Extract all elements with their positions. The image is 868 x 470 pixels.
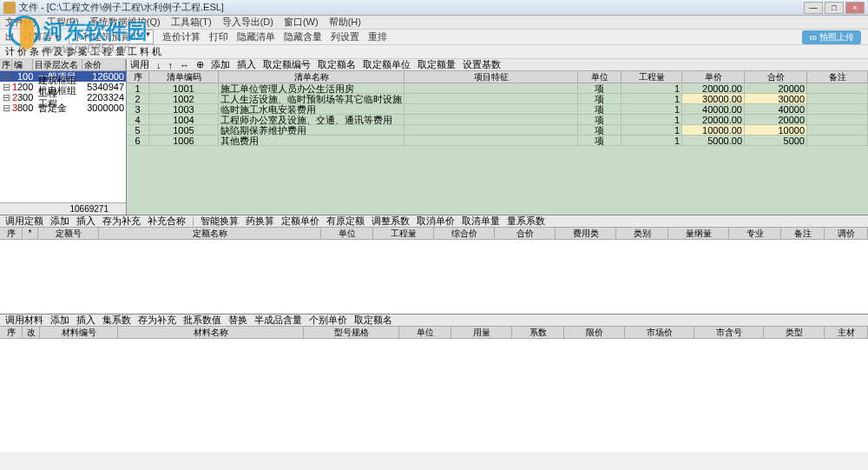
- bt-coef[interactable]: 集系数: [102, 314, 131, 327]
- mh-code: 定额号: [38, 228, 99, 239]
- menu-project[interactable]: 工程(P): [47, 16, 79, 29]
- bt-replace[interactable]: 替换: [228, 314, 247, 327]
- list-header: 序 清单编码 清单名称 项目特征 单位 工程量 单价 合价 备注: [127, 71, 868, 83]
- tree-header: 序 编码 目录层次名称 余价: [0, 59, 126, 71]
- lt-getcode[interactable]: 取定额编号: [263, 58, 311, 71]
- qt-name[interactable]: 补充合称: [148, 215, 186, 228]
- separator: [193, 217, 194, 226]
- qt-save[interactable]: 存为补充: [102, 215, 141, 228]
- lt-getname[interactable]: 取定额名: [318, 58, 356, 71]
- tree-row[interactable]: ⊟3800暂定金3000000: [0, 103, 126, 113]
- bt-insert[interactable]: 插入: [76, 314, 95, 327]
- main-toolbar: 出 计算器 ▾ 水利建筑预算02 造价计算 打印 隐藏清单 隐藏含量 列设置 重…: [0, 30, 868, 45]
- bh-type: 类型: [764, 327, 825, 338]
- list-toolbar: 调用 ↓ ↑ ↔ ⊕ 添加 插入 取定额编号 取定额名 取定额单位 取定额量 设…: [127, 59, 868, 71]
- quota-header: 序 * 定额号 定额名称 单位 工程量 综合价 合价 费用类 类别 量纲量 专业…: [0, 228, 868, 240]
- menu-file[interactable]: 文件(F): [5, 16, 36, 29]
- lt-getqty[interactable]: 取定额量: [418, 58, 456, 71]
- menu-toolbox[interactable]: 工具箱(T): [171, 16, 212, 29]
- qt-coef[interactable]: 量系系数: [507, 215, 545, 228]
- list-rows: 11001施工单位管理人员办公生活用房项120000.002000021002工…: [127, 83, 868, 215]
- mh-spec: 专业: [729, 228, 781, 239]
- mh-note: 备注: [781, 228, 825, 239]
- menu-help[interactable]: 帮助(H): [329, 16, 361, 29]
- tree-pane: 序 编码 目录层次名称 余价 ⊟100一般项目126000⊟1200建筑框组工程…: [0, 59, 127, 215]
- mh-seq: 序: [0, 228, 23, 239]
- bh-code: 材料编号: [40, 327, 118, 338]
- menu-window[interactable]: 窗口(W): [284, 16, 319, 29]
- bt-use[interactable]: 调用材料: [5, 314, 43, 327]
- mh-fee: 费用类: [556, 228, 616, 239]
- tree-total: 10669271: [0, 202, 126, 215]
- qt-cancel[interactable]: 取消单价: [417, 215, 455, 228]
- mh-name: 定额名称: [99, 228, 321, 239]
- sub-toolbar: 计 价 条 件 及 参 案 工 程 量 工 料 机: [0, 45, 868, 59]
- qt-insert[interactable]: 插入: [76, 215, 95, 228]
- minimize-button[interactable]: —: [804, 2, 823, 14]
- material-toolbar: 调用材料 添加 插入 集系数 存为补充 批系数值 替换 半成品含量 个别单价 取…: [0, 314, 868, 327]
- lt-swap-icon[interactable]: ↔: [180, 60, 189, 70]
- bt-getname[interactable]: 取定额名: [354, 314, 392, 327]
- lt-setbase[interactable]: 设置基数: [463, 58, 501, 71]
- close-button[interactable]: ×: [845, 2, 865, 14]
- lt-getunit[interactable]: 取定额单位: [363, 58, 411, 71]
- bh-name: 材料名称: [118, 327, 304, 338]
- bt-add[interactable]: 添加: [50, 314, 69, 327]
- qt-orig[interactable]: 有原定额: [326, 215, 365, 228]
- bh-unit: 单位: [399, 327, 451, 338]
- window-title: 文件 - [C:\工程文件\例子工程\水利例子工程.ESL]: [19, 1, 804, 14]
- mh-cat: 类别: [616, 228, 668, 239]
- gh-total: 合价: [745, 71, 807, 83]
- bt-save[interactable]: 存为补充: [138, 314, 176, 327]
- menu-bar: 文件(F) 工程(P) 系统数据维护(Q) 工具箱(T) 导入导出(D) 窗口(…: [0, 16, 868, 30]
- mh-dim: 量纲量: [668, 228, 729, 239]
- tool-reorder[interactable]: 重排: [368, 30, 387, 43]
- maximize-button[interactable]: □: [825, 2, 844, 14]
- qt-add[interactable]: 添加: [50, 215, 69, 228]
- tool-hide-list[interactable]: 隐藏清单: [237, 30, 275, 43]
- qt-use[interactable]: 调用定额: [5, 215, 43, 228]
- th-code: 编码: [12, 59, 33, 70]
- budget-dropdown[interactable]: 水利建筑预算02: [69, 30, 154, 44]
- qt-smart[interactable]: 智能换算: [201, 215, 239, 228]
- title-bar: 文件 - [C:\工程文件\例子工程\水利例子工程.ESL] — □ ×: [0, 0, 868, 16]
- qt-getlist[interactable]: 取清单量: [462, 215, 500, 228]
- bt-semi[interactable]: 半成品含量: [254, 314, 302, 327]
- lt-use[interactable]: 调用: [130, 58, 149, 71]
- lt-down-icon[interactable]: ↓: [156, 60, 161, 70]
- bh-coef: 系数: [512, 327, 564, 338]
- list-row[interactable]: 31003临时施工水电安装费用项140000.0040000: [127, 104, 868, 115]
- lt-insert[interactable]: 插入: [237, 58, 256, 71]
- bt-batch[interactable]: 批系数值: [183, 314, 221, 327]
- tool-col-settings[interactable]: 列设置: [331, 30, 359, 43]
- qt-price[interactable]: 定额单价: [281, 215, 319, 228]
- gh-note: 备注: [807, 71, 868, 83]
- bh-spec: 型号规格: [304, 327, 399, 338]
- lt-add[interactable]: 添加: [211, 58, 230, 71]
- th-price: 余价: [82, 59, 126, 70]
- menu-sysdata[interactable]: 系统数据维护(Q): [89, 16, 161, 29]
- list-row[interactable]: 11001施工单位管理人员办公生活用房项120000.0020000: [127, 83, 868, 94]
- tool-print[interactable]: 打印: [209, 30, 228, 43]
- tool-out[interactable]: 出: [5, 30, 15, 43]
- tree-rows: ⊟100一般项目126000⊟1200建筑框组工程5340947⊟2300机电框…: [0, 71, 126, 202]
- bh-seq: 序: [0, 327, 23, 338]
- photo-upload-button[interactable]: 拍照上传: [802, 30, 861, 44]
- lt-plus-icon[interactable]: ⊕: [196, 59, 204, 70]
- bh-market: 市场价: [625, 327, 694, 338]
- mh-unit: 单位: [321, 228, 373, 239]
- menu-import[interactable]: 导入导出(D): [222, 16, 273, 29]
- bh-usage: 用量: [451, 327, 512, 338]
- qt-adjust[interactable]: 调整系数: [372, 215, 410, 228]
- list-row[interactable]: 61006其他费用项15000.005000: [127, 136, 868, 146]
- mh-star: *: [23, 228, 38, 239]
- tool-hide-content[interactable]: 隐藏含量: [284, 30, 322, 43]
- list-row[interactable]: 21002工人生活设施、临时预制场等其它临时设施项130000.0030000: [127, 94, 868, 104]
- bt-indiv[interactable]: 个别单价: [309, 314, 347, 327]
- tool-calc[interactable]: 计算器 ▾: [23, 30, 60, 43]
- list-row[interactable]: 41004工程师办公室及设施、交通、通讯等费用项120000.0020000: [127, 115, 868, 125]
- list-row[interactable]: 51005缺陷期保养维护费用项110000.0010000: [127, 125, 868, 136]
- lt-up-icon[interactable]: ↑: [168, 60, 174, 70]
- tool-price-calc[interactable]: 造价计算: [162, 30, 201, 43]
- qt-conv[interactable]: 药换算: [246, 215, 274, 228]
